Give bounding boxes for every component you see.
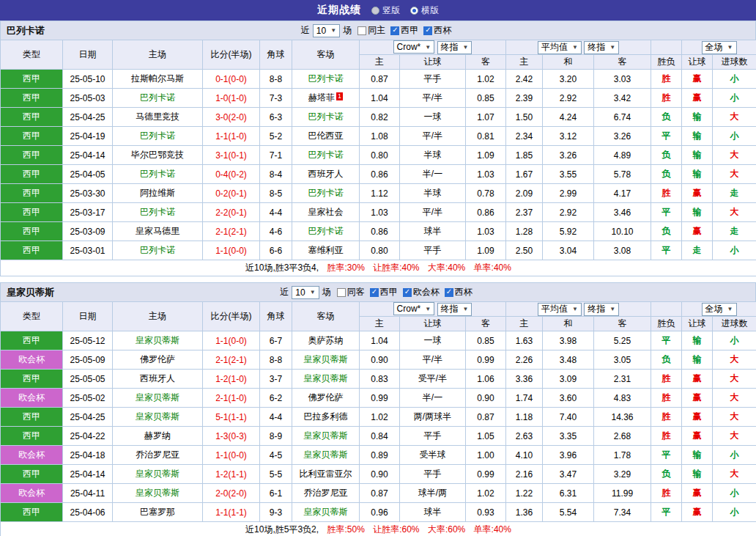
away-team[interactable]: 西班牙人 bbox=[292, 165, 360, 184]
bookmaker-select[interactable]: Crow*▼ bbox=[393, 40, 435, 54]
avg-home: 1.36 bbox=[506, 503, 543, 522]
odds-away: 1.02 bbox=[466, 70, 506, 89]
match-date: 25-03-09 bbox=[63, 222, 113, 241]
avg-away: 4.17 bbox=[594, 184, 651, 203]
section-team-2: 皇家贝蒂斯 近 10 ▼ 场 同客西甲欧会杯西杯 类型 日期 主场 比分(半场)… bbox=[0, 282, 756, 536]
away-team[interactable]: 比利亚雷亚尔 bbox=[292, 465, 360, 484]
away-team[interactable]: 皇家贝蒂斯 bbox=[292, 446, 360, 465]
matches-count-select[interactable]: 10 ▼ bbox=[313, 24, 340, 37]
filter-checkbox[interactable]: 西杯 bbox=[445, 286, 472, 298]
home-team[interactable]: 皇家马德里 bbox=[113, 222, 203, 241]
away-team[interactable]: 奥萨苏纳 bbox=[292, 331, 360, 350]
average-select[interactable]: 平均值▼ bbox=[538, 303, 582, 316]
home-team[interactable]: 乔治罗尼亚 bbox=[113, 446, 203, 465]
home-team[interactable]: 毕尔巴鄂竞技 bbox=[113, 146, 203, 165]
filter-prefix: 近 bbox=[301, 24, 310, 37]
home-team[interactable]: 皇家贝蒂斯 bbox=[113, 389, 203, 408]
away-team[interactable]: 塞维利亚 bbox=[292, 241, 360, 260]
chevron-down-icon: ▼ bbox=[609, 306, 615, 312]
home-team[interactable]: 皇家贝蒂斯 bbox=[113, 465, 203, 484]
home-team[interactable]: 巴列卡诺 bbox=[113, 241, 203, 260]
col-header-avg-away: 客 bbox=[594, 317, 651, 331]
away-team[interactable]: 皇家贝蒂斯 bbox=[292, 503, 360, 522]
fulltime-select[interactable]: 全场▼ bbox=[702, 303, 737, 316]
matches-count-select[interactable]: 10 ▼ bbox=[292, 286, 319, 299]
match-date: 25-05-03 bbox=[63, 89, 113, 108]
away-team[interactable]: 巴拉多利德 bbox=[292, 408, 360, 427]
odds-home: 1.02 bbox=[360, 408, 400, 427]
home-team[interactable]: 皇家贝蒂斯 bbox=[113, 331, 203, 350]
col-header-odds-home: 主 bbox=[360, 55, 400, 70]
home-team[interactable]: 西班牙人 bbox=[113, 370, 203, 389]
away-team[interactable]: 皇家贝蒂斯 bbox=[292, 370, 360, 389]
radio-vertical-layout[interactable]: 竖版 bbox=[371, 4, 400, 17]
home-team[interactable]: 巴列卡诺 bbox=[113, 89, 203, 108]
odds-type-select[interactable]: 终指▼ bbox=[584, 303, 619, 316]
home-team[interactable]: 阿拉维斯 bbox=[113, 184, 203, 203]
away-team[interactable]: 皇家贝蒂斯 bbox=[292, 350, 360, 370]
checkbox-label: 同主 bbox=[368, 24, 385, 37]
match-date: 25-04-14 bbox=[63, 146, 113, 165]
home-team[interactable]: 巴塞罗那 bbox=[113, 503, 203, 522]
away-team[interactable]: 巴列卡诺 bbox=[292, 222, 360, 241]
col-header-odds-away: 客 bbox=[466, 317, 506, 331]
result-handicap: 赢 bbox=[682, 484, 713, 503]
corners: 4-4 bbox=[260, 203, 292, 222]
avg-draw: 3.55 bbox=[543, 165, 594, 184]
home-team[interactable]: 皇家贝蒂斯 bbox=[113, 408, 203, 427]
away-team[interactable]: 皇家社会 bbox=[292, 203, 360, 222]
away-team[interactable]: 乔治罗尼亚 bbox=[292, 484, 360, 503]
summary-handicap-rate: 让胜率:40% bbox=[373, 263, 419, 273]
away-team[interactable]: 皇家贝蒂斯 bbox=[292, 427, 360, 446]
bookmaker-select[interactable]: Crow*▼ bbox=[393, 302, 435, 315]
odds-handicap: 平手 bbox=[400, 241, 466, 260]
col-header-corners: 角球 bbox=[260, 40, 292, 70]
avg-draw: 3.47 bbox=[543, 465, 594, 484]
away-team[interactable]: 巴列卡诺 bbox=[292, 146, 360, 165]
home-team[interactable]: 马德里竞技 bbox=[113, 108, 203, 127]
home-team[interactable]: 巴列卡诺 bbox=[113, 127, 203, 146]
home-team[interactable]: 巴列卡诺 bbox=[113, 203, 203, 222]
match-date: 25-05-12 bbox=[63, 331, 113, 350]
home-team[interactable]: 皇家贝蒂斯 bbox=[113, 484, 203, 503]
home-team[interactable]: 佛罗伦萨 bbox=[113, 350, 203, 370]
avg-home: 2.34 bbox=[506, 127, 543, 146]
league-badge: 西甲 bbox=[1, 427, 63, 446]
corners: 8-8 bbox=[260, 350, 292, 370]
odds-handicap: 一球 bbox=[400, 331, 466, 350]
away-team[interactable]: 巴列卡诺 bbox=[292, 108, 360, 127]
odds-type-select[interactable]: 终指▼ bbox=[437, 41, 472, 54]
filter-checkbox[interactable]: 同主 bbox=[357, 24, 385, 37]
odds-type-select[interactable]: 终指▼ bbox=[437, 303, 472, 316]
fulltime-select[interactable]: 全场▼ bbox=[702, 41, 737, 54]
odds-handicap: 平手 bbox=[400, 70, 466, 89]
away-team[interactable]: 巴列卡诺 bbox=[292, 184, 360, 203]
home-team[interactable]: 赫罗纳 bbox=[113, 427, 203, 446]
home-team[interactable]: 巴列卡诺 bbox=[113, 165, 203, 184]
filter-checkbox[interactable]: 西杯 bbox=[423, 24, 451, 37]
odds-home: 1.12 bbox=[360, 184, 400, 203]
away-team[interactable]: 巴伦西亚 bbox=[292, 127, 360, 146]
league-badge: 欧会杯 bbox=[1, 350, 63, 370]
filter-checkbox[interactable]: 同客 bbox=[337, 286, 365, 298]
match-score: 0-2(0-1) bbox=[203, 184, 260, 203]
filter-checkbox[interactable]: 西甲 bbox=[370, 286, 398, 298]
average-select[interactable]: 平均值▼ bbox=[538, 41, 582, 54]
corners: 6-1 bbox=[260, 484, 292, 503]
checkbox-icon bbox=[357, 26, 366, 35]
match-row: 西甲25-03-17巴列卡诺2-2(0-1)4-4皇家社会1.03平/半0.86… bbox=[1, 203, 756, 222]
radio-horizontal-layout[interactable]: 横版 bbox=[410, 4, 439, 17]
away-team[interactable]: 巴列卡诺 bbox=[292, 70, 360, 89]
match-date: 25-03-01 bbox=[63, 241, 113, 260]
result-winlose: 胜 bbox=[651, 427, 682, 446]
odds-type-select[interactable]: 终指▼ bbox=[584, 41, 619, 54]
result-handicap: 赢 bbox=[682, 89, 713, 108]
filter-checkbox[interactable]: 西甲 bbox=[390, 24, 418, 37]
filter-checkbox[interactable]: 欧会杯 bbox=[403, 286, 440, 298]
result-handicap: 赢 bbox=[682, 408, 713, 427]
avg-draw: 3.20 bbox=[543, 70, 594, 89]
result-winlose: 胜 bbox=[651, 370, 682, 389]
home-team[interactable]: 拉斯帕尔马斯 bbox=[113, 70, 203, 89]
away-team[interactable]: 赫塔菲1 bbox=[292, 89, 360, 108]
away-team[interactable]: 佛罗伦萨 bbox=[292, 389, 360, 408]
